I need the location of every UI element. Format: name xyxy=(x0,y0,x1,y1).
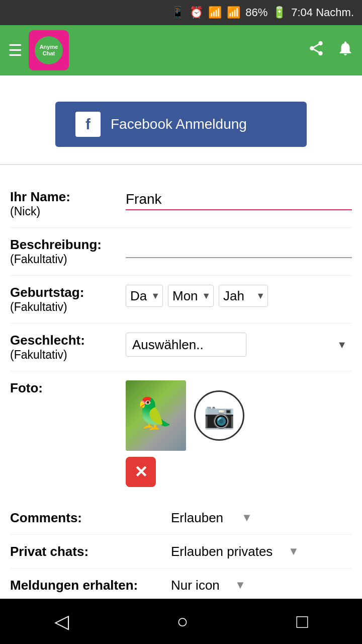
settings-area: Comments: Erlauben Verbieten ▼ Privat ch… xyxy=(0,501,362,602)
birthday-label: Geburtstag: xyxy=(10,285,121,300)
svg-point-2 xyxy=(318,51,323,56)
year-dropdown-wrap: Jah 200019991998 199019851980 ▼ xyxy=(219,285,268,307)
facebook-login-button[interactable]: f Facebook Anmeldung xyxy=(55,102,307,147)
battery-icon: 🔋 xyxy=(273,6,286,19)
svg-point-1 xyxy=(310,46,314,51)
notification-bell-icon[interactable] xyxy=(337,40,354,61)
birthday-row: Geburtstag: (Fakultativ) Da 12345 ▼ Mon … xyxy=(10,276,352,324)
app-bar: ☰ Anyme Chat xyxy=(0,25,362,75)
privat-chats-select-wrap: Erlauben privates Verbieten ▼ xyxy=(171,542,299,561)
day-dropdown-wrap: Da 12345 ▼ xyxy=(126,285,163,307)
phone-icon: 📱 xyxy=(171,6,185,19)
signal-icon: 📶 xyxy=(227,6,240,19)
gender-input-col: Auswählen.. Männlich Weiblich Andere ▼ xyxy=(126,333,352,357)
meldungen-select-wrap: Nur icon Alle Keine ▼ xyxy=(171,576,246,595)
name-input[interactable] xyxy=(126,189,352,210)
month-dropdown-wrap: Mon JanFebMärApr MaiJunJulAug SepOktNovD… xyxy=(168,285,214,307)
foto-images: 📷 xyxy=(126,380,352,451)
bottom-navigation: ◁ ○ □ xyxy=(0,599,362,644)
birthday-input-col: Da 12345 ▼ Mon JanFebMärApr MaiJunJulAug… xyxy=(126,285,352,307)
name-label: Ihr Name: xyxy=(10,189,121,205)
gender-label-col: Geschlecht: (Fakultativ) xyxy=(10,333,121,362)
foto-thumbnail xyxy=(126,380,186,451)
comments-label: Comments: xyxy=(10,510,171,526)
gender-label: Geschlecht: xyxy=(10,333,121,348)
back-button[interactable]: ◁ xyxy=(54,610,69,632)
gender-sub: (Fakultativ) xyxy=(10,348,121,362)
comments-select-wrap: Erlauben Verbieten ▼ xyxy=(171,508,252,527)
desc-label: Beschreibung: xyxy=(10,237,121,253)
time: 7:04 Nachm. xyxy=(291,6,354,19)
foto-label: Foto: xyxy=(10,380,121,396)
form-area: Ihr Name: (Nick) Beschreibung: (Fakultat… xyxy=(0,175,362,501)
privat-chats-dropdown-arrow: ▼ xyxy=(288,545,299,558)
description-input[interactable] xyxy=(126,237,352,258)
meldungen-dropdown-arrow: ▼ xyxy=(235,579,246,592)
comments-dropdown-arrow: ▼ xyxy=(241,511,252,524)
privat-chats-select[interactable]: Erlauben privates Verbieten xyxy=(171,542,288,561)
year-select[interactable]: Jah 200019991998 199019851980 xyxy=(219,285,268,307)
meldungen-row: Meldungen erhalten: Nur icon Alle Keine … xyxy=(10,569,352,602)
desc-label-col: Beschreibung: (Fakultativ) xyxy=(10,237,121,266)
wifi-icon: 📶 xyxy=(208,6,222,19)
facebook-f-icon: f xyxy=(75,112,101,137)
home-button[interactable]: ○ xyxy=(177,611,189,632)
hamburger-icon[interactable]: ☰ xyxy=(8,41,23,60)
svg-point-0 xyxy=(318,41,323,46)
name-sub: (Nick) xyxy=(10,205,121,218)
privat-chats-label: Privat chats: xyxy=(10,544,171,559)
meldungen-label: Meldungen erhalten: xyxy=(10,578,171,593)
alarm-icon: ⏰ xyxy=(190,6,203,19)
day-select[interactable]: Da 12345 xyxy=(126,285,163,307)
gender-select[interactable]: Auswählen.. Männlich Weiblich Andere xyxy=(126,333,246,357)
gender-row: Geschlecht: (Fakultativ) Auswählen.. Män… xyxy=(10,324,352,371)
comments-row: Comments: Erlauben Verbieten ▼ xyxy=(10,501,352,535)
svg-line-4 xyxy=(314,44,319,47)
name-label-col: Ihr Name: (Nick) xyxy=(10,189,121,218)
overview-button[interactable]: □ xyxy=(297,611,308,632)
name-row: Ihr Name: (Nick) xyxy=(10,180,352,228)
birthday-dropdowns: Da 12345 ▼ Mon JanFebMärApr MaiJunJulAug… xyxy=(126,285,352,307)
svg-line-3 xyxy=(314,49,319,52)
foto-label-col: Foto: xyxy=(10,380,121,396)
desc-input-col xyxy=(126,237,352,258)
meldungen-select[interactable]: Nur icon Alle Keine xyxy=(171,576,235,595)
comments-select[interactable]: Erlauben Verbieten xyxy=(171,508,241,527)
birthday-sub: (Fakultativ) xyxy=(10,300,121,314)
birthday-label-col: Geburtstag: (Fakultativ) xyxy=(10,285,121,314)
gender-dropdown-arrow: ▼ xyxy=(337,339,347,351)
name-input-col xyxy=(126,189,352,210)
delete-photo-button[interactable] xyxy=(126,457,156,487)
description-row: Beschreibung: (Fakultativ) xyxy=(10,228,352,276)
camera-button[interactable]: 📷 xyxy=(194,390,244,441)
foto-image xyxy=(126,380,186,451)
gender-select-wrap: Auswählen.. Männlich Weiblich Andere ▼ xyxy=(126,333,352,357)
desc-sub: (Fakultativ) xyxy=(10,253,121,266)
status-bar: 📱 ⏰ 📶 📶 86% 🔋 7:04 Nachm. xyxy=(0,0,362,25)
foto-row: Foto: 📷 xyxy=(10,371,352,496)
app-logo: Anyme Chat xyxy=(29,30,69,70)
month-select[interactable]: Mon JanFebMärApr MaiJunJulAug SepOktNovD… xyxy=(168,285,214,307)
battery-percent: 86% xyxy=(245,6,267,19)
logo-bubble: Anyme Chat xyxy=(35,36,63,64)
share-icon[interactable] xyxy=(308,40,325,61)
app-bar-actions xyxy=(308,40,354,61)
foto-content-col: 📷 xyxy=(126,380,352,487)
privat-chats-row: Privat chats: Erlauben privates Verbiete… xyxy=(10,535,352,569)
divider xyxy=(0,164,362,165)
